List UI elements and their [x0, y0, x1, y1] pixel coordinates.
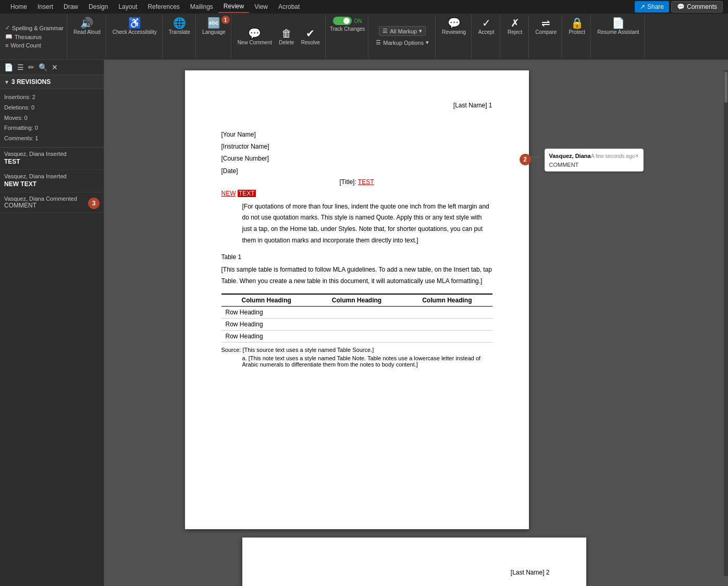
dropdown-arrow-icon: ▾: [419, 28, 422, 34]
row-heading-3: Row Heading: [221, 330, 312, 342]
inserted-text: TEXT: [238, 190, 256, 197]
stat-deletions: Deletions: 0: [4, 103, 100, 113]
resume-icon: 📄: [612, 18, 625, 28]
comments-group: 💬 New Comment 🗑 Delete ✔ Resolve: [232, 15, 326, 58]
sidebar-toolbar: 📄 ☰ ✏ 🔍 ✕: [0, 60, 104, 75]
language-button[interactable]: 🔤 1 Language: [200, 17, 228, 36]
language-icon: 🔤: [207, 18, 220, 28]
row-cell-1-2: [312, 306, 402, 318]
comments-button[interactable]: 💬 Comments: [671, 1, 723, 13]
share-button[interactable]: ↗ Share: [635, 1, 669, 13]
comment-author: Vasquez, Diana: [549, 153, 591, 159]
markup-options-button[interactable]: ☰ Markup Options ▾: [374, 38, 431, 47]
resume-assistant-button[interactable]: 📄 Resume Assistant: [595, 17, 641, 36]
document-title: [Title]: TEST: [221, 178, 492, 186]
revision-item-3[interactable]: Vasquez, Diana Commented COMMENT 3: [0, 192, 104, 213]
comment-side-area: 2 Vasquez, Diana A few seconds ago × COM…: [529, 70, 644, 529]
new-comment-button[interactable]: 💬 New Comment: [236, 27, 274, 46]
sidebar-list-icon[interactable]: ☰: [16, 62, 25, 72]
scroll-indicator[interactable]: [724, 70, 728, 576]
spelling-grammar-button[interactable]: ✓ Spelling & Grammar: [4, 24, 65, 32]
track-changes-toggle[interactable]: [333, 17, 352, 25]
revision-author-2: Vasquez, Diana Inserted: [4, 173, 100, 179]
table-desc: [This sample table is formatted to follo…: [221, 264, 492, 287]
step-2-badge: 2: [520, 154, 531, 165]
col-heading-2: Column Heading: [312, 294, 402, 307]
tab-layout[interactable]: Layout: [113, 1, 142, 13]
toggle-on-label: ON: [354, 18, 362, 24]
tab-home[interactable]: Home: [5, 1, 32, 13]
accept-group: ✓ Accept: [473, 15, 500, 58]
tab-draw[interactable]: Draw: [58, 1, 83, 13]
sidebar-search-icon[interactable]: 🔍: [38, 62, 48, 72]
comment-time: A few seconds ago: [591, 153, 635, 159]
row-cell-3-3: [402, 330, 492, 342]
revision-item-2[interactable]: Vasquez, Diana Inserted NEW TEXT: [0, 170, 104, 192]
title-underline: TEST: [358, 178, 374, 186]
accept-button[interactable]: ✓ Accept: [476, 17, 497, 36]
row-cell-2-3: [402, 318, 492, 330]
revision-text-1: TEST: [4, 157, 100, 166]
page-2-header: [Last Name] 2: [279, 569, 550, 576]
thesaurus-icon: 📖: [5, 33, 13, 40]
stat-insertions: Insertions: 2: [4, 92, 100, 103]
table-note: a. [This note text uses a style named Ta…: [242, 355, 492, 368]
tab-review[interactable]: Review: [218, 1, 249, 13]
sidebar: 📄 ☰ ✏ 🔍 ✕ ▼ 3 REVISIONS Insertions: 2 De…: [0, 60, 104, 586]
revisions-title: 3 REVISIONS: [11, 78, 51, 86]
tab-design[interactable]: Design: [83, 1, 113, 13]
document-area[interactable]: [Last Name] 1 [Your Name] [Instructor Na…: [104, 60, 728, 586]
tab-mailings[interactable]: Mailings: [185, 1, 218, 13]
translate-button[interactable]: 🌐 Translate: [167, 17, 192, 36]
reject-button[interactable]: ✗ Reject: [504, 17, 525, 36]
resolve-button[interactable]: ✔ Resolve: [299, 27, 322, 46]
check-accessibility-button[interactable]: ♿ Check Accessibility: [110, 17, 159, 36]
revision-text-2: NEW TEXT: [4, 179, 100, 189]
row-heading-2: Row Heading: [221, 318, 312, 330]
markup-options-arrow-icon: ▾: [426, 39, 429, 46]
compare-button[interactable]: ⇌ Compare: [533, 17, 559, 36]
col-heading-1: Column Heading: [221, 294, 312, 307]
read-aloud-button[interactable]: 🔊 Read Aloud: [71, 17, 103, 36]
tab-acrobat[interactable]: Acrobat: [273, 1, 305, 13]
new-comment-icon: 💬: [248, 28, 261, 39]
revision-item-1[interactable]: Vasquez, Diana Inserted TEST: [0, 148, 104, 170]
date-line: [Date]: [221, 166, 492, 176]
reviewing-button[interactable]: 💬 Reviewing: [440, 17, 468, 36]
translate-icon: 🌐: [173, 18, 186, 28]
pages-container: [Last Name] 1 [Your Name] [Instructor Na…: [104, 70, 724, 576]
accessibility-icon: ♿: [128, 18, 141, 28]
tab-insert[interactable]: Insert: [32, 1, 58, 13]
word-count-button[interactable]: ≡ Word Count: [4, 42, 65, 49]
comment-text: COMMENT: [549, 162, 639, 168]
document-page-2: [Last Name] 2: [242, 538, 586, 586]
row-cell-1-3: [402, 306, 492, 318]
all-markup-dropdown[interactable]: ☰ All Markup ▾: [379, 26, 426, 36]
page-1-header: [Last Name] 1: [221, 102, 492, 109]
tab-view[interactable]: View: [249, 1, 273, 13]
tab-references[interactable]: References: [142, 1, 184, 13]
protect-icon: 🔒: [571, 18, 584, 28]
document-table: Column Heading Column Heading Column Hea…: [221, 294, 492, 343]
revisions-collapse-icon[interactable]: ▼: [4, 79, 9, 85]
sidebar-new-icon[interactable]: 📄: [3, 62, 14, 72]
toggle-knob: [343, 18, 350, 24]
reject-icon: ✗: [511, 18, 520, 28]
translate-group: 🌐 Translate: [164, 15, 196, 58]
table-row-2: Row Heading: [221, 318, 492, 330]
markup-group: ☰ All Markup ▾ ☰ Markup Options ▾: [369, 15, 436, 58]
sidebar-close-icon[interactable]: ✕: [51, 62, 59, 72]
spelling-group: ✓ Spelling & Grammar 📖 Thesaurus ≡ Word …: [2, 15, 67, 58]
course-number-line: [Course Number]: [221, 154, 492, 164]
delete-button[interactable]: 🗑 Delete: [276, 27, 297, 46]
comment-close-icon[interactable]: ×: [635, 152, 639, 160]
table-source: Source: [This source text uses a style n…: [221, 347, 492, 353]
new-marker: NEW: [221, 190, 236, 197]
sidebar-edit-icon[interactable]: ✏: [27, 62, 35, 72]
protect-button[interactable]: 🔒 Protect: [566, 17, 587, 36]
revisions-header: ▼ 3 REVISIONS: [0, 75, 104, 89]
comment-balloon[interactable]: Vasquez, Diana A few seconds ago × COMME…: [545, 149, 644, 172]
thesaurus-button[interactable]: 📖 Thesaurus: [4, 33, 65, 41]
top-right-actions: ↗ Share 💬 Comments: [635, 1, 723, 13]
reviewing-group: 💬 Reviewing: [437, 15, 472, 58]
